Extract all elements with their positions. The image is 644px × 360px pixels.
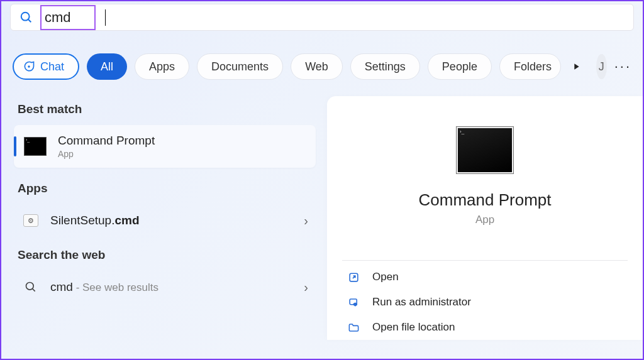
apps-result-label: SilentSetup.cmd	[50, 214, 140, 227]
preview-panel: Command Prompt App Open Run as administr…	[327, 96, 643, 340]
search-result-icon	[21, 280, 40, 295]
folder-icon	[345, 322, 362, 334]
search-icon	[19, 11, 33, 25]
svg-point-3	[26, 283, 34, 290]
preview-subtitle: App	[475, 214, 494, 226]
open-icon	[345, 271, 362, 283]
best-match-subtitle: App	[58, 149, 155, 159]
preview-title: Command Prompt	[419, 190, 552, 210]
cmd-icon	[24, 137, 47, 156]
tab-people[interactable]: People	[428, 53, 492, 80]
svg-line-1	[28, 19, 31, 22]
action-open[interactable]: Open	[342, 265, 628, 290]
search-input[interactable]	[42, 8, 105, 27]
tab-folders[interactable]: Folders	[499, 53, 561, 80]
tab-chat-label: Chat	[40, 60, 64, 74]
svg-line-4	[33, 289, 35, 292]
filter-tabs: Chat All Apps Documents Web Settings Peo…	[13, 52, 631, 81]
tab-documents[interactable]: Documents	[197, 53, 283, 80]
bing-chat-icon	[23, 60, 35, 73]
svg-point-2	[28, 65, 30, 67]
tab-web[interactable]: Web	[291, 53, 343, 80]
preview-app-icon	[456, 126, 514, 174]
shield-icon	[345, 297, 362, 308]
results-panel: Best match Command Prompt App Apps ⚙ Sil…	[14, 96, 316, 340]
scroll-right-button[interactable]	[571, 62, 581, 72]
apps-result-row[interactable]: ⚙ SilentSetup.cmd ›	[14, 204, 316, 237]
tab-settings[interactable]: Settings	[350, 53, 420, 80]
divider	[342, 260, 628, 261]
web-result-row[interactable]: cmd - See web results ›	[14, 271, 316, 303]
content-area: Best match Command Prompt App Apps ⚙ Sil…	[1, 96, 643, 340]
section-best-match: Best match	[18, 102, 311, 116]
text-caret	[105, 9, 106, 26]
best-match-title: Command Prompt	[58, 134, 155, 148]
tab-chat[interactable]: Chat	[13, 53, 79, 80]
action-run-as-administrator[interactable]: Run as administrator	[342, 290, 628, 315]
more-options-button[interactable]: ···	[614, 57, 631, 76]
search-bar[interactable]	[10, 4, 634, 31]
action-open-file-location[interactable]: Open file location	[342, 315, 628, 340]
best-match-result[interactable]: Command Prompt App	[14, 125, 316, 168]
preview-actions: Open Run as administrator Open file loca…	[342, 265, 628, 340]
section-apps: Apps	[18, 182, 311, 195]
web-result-label: cmd - See web results	[50, 280, 158, 294]
tab-all[interactable]: All	[87, 53, 127, 80]
tab-apps[interactable]: Apps	[135, 53, 189, 80]
cmd-file-icon: ⚙	[21, 213, 40, 228]
user-avatar[interactable]: J	[596, 54, 607, 79]
chevron-right-icon: ›	[304, 214, 308, 228]
chevron-right-icon: ›	[304, 280, 308, 295]
search-input-wrap	[42, 8, 106, 27]
section-search-web: Search the web	[18, 248, 311, 262]
svg-point-0	[21, 12, 30, 20]
